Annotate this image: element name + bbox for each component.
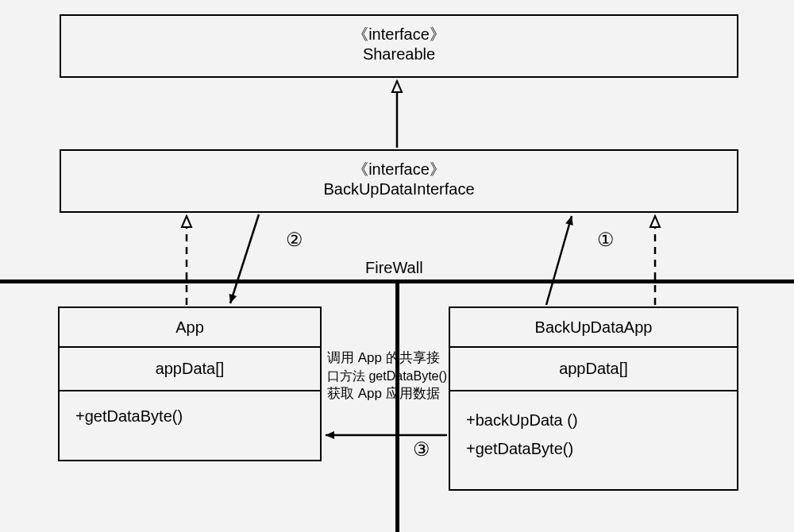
backup-attribute: appData[] bbox=[559, 360, 628, 377]
note-line1: 调用 App 的共享接 bbox=[327, 349, 486, 368]
name-backup: BackUpDataInterface bbox=[67, 180, 730, 199]
class-app: App appData[] +getDataByte() bbox=[58, 306, 322, 461]
note-block: 调用 App 的共享接 口方法 getDataByte() 获取 App 应用数… bbox=[327, 349, 486, 403]
note-line3: 获取 App 应用数据 bbox=[327, 385, 486, 403]
arrow-step-2 bbox=[230, 214, 259, 303]
stereotype-shareable: 《interface》 bbox=[67, 24, 730, 45]
marker-2: ② bbox=[286, 229, 303, 251]
backup-name: BackUpDataApp bbox=[535, 318, 653, 336]
app-method: +getDataByte() bbox=[75, 407, 183, 425]
marker-1: ① bbox=[597, 229, 615, 251]
backup-method2: +getDataByte() bbox=[466, 434, 730, 463]
name-shareable: Shareable bbox=[67, 45, 730, 64]
app-name-row: App bbox=[60, 308, 320, 348]
interface-backupdata: 《interface》 BackUpDataInterface bbox=[60, 149, 738, 213]
stereotype-backup: 《interface》 bbox=[67, 159, 730, 180]
app-attribute: appData[] bbox=[156, 360, 225, 377]
note-line2: 口方法 getDataByte() bbox=[327, 368, 486, 385]
marker-3: ③ bbox=[413, 438, 430, 461]
app-attr-row: appData[] bbox=[60, 348, 320, 391]
arrow-step-1 bbox=[546, 216, 572, 305]
class-backup-app: BackUpDataApp appData[] +backUpData () +… bbox=[449, 306, 738, 491]
backup-attr-row: appData[] bbox=[450, 348, 737, 391]
app-name: App bbox=[175, 318, 204, 336]
backup-name-row: BackUpDataApp bbox=[450, 308, 737, 348]
firewall-vertical-line bbox=[395, 282, 399, 532]
firewall-label: FireWall bbox=[365, 259, 423, 277]
app-method-row: +getDataByte() bbox=[60, 391, 320, 461]
backup-method-row: +backUpData () +getDataByte() bbox=[450, 391, 737, 491]
interface-shareable: 《interface》 Shareable bbox=[60, 14, 738, 78]
backup-method1: +backUpData () bbox=[466, 406, 730, 434]
